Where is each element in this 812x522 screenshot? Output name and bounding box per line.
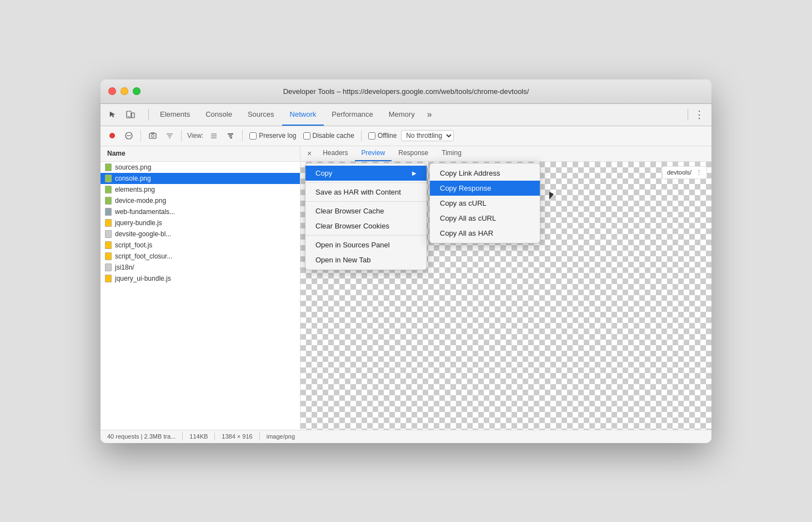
- preview-menu-icon[interactable]: ⋮: [696, 169, 702, 176]
- network-list-header: Name: [101, 146, 300, 162]
- status-bar: 40 requests | 2.3MB tra... 114KB 1384 × …: [101, 430, 711, 443]
- tab-divider-1: [148, 109, 149, 120]
- preserve-log-label[interactable]: Preserve log: [259, 132, 296, 140]
- disable-cache-group: Disable cache: [303, 132, 354, 140]
- toolbar-divider-4: [361, 130, 362, 141]
- file-icon: [105, 175, 112, 182]
- throttle-select[interactable]: No throttling: [401, 130, 454, 141]
- record-button[interactable]: [105, 128, 119, 143]
- cursor-icon[interactable]: [105, 107, 121, 122]
- tab-elements[interactable]: Elements: [152, 103, 198, 126]
- traffic-lights: [108, 87, 141, 95]
- view-label: View:: [187, 132, 203, 140]
- tab-memory[interactable]: Memory: [381, 103, 423, 126]
- close-button[interactable]: [108, 87, 116, 95]
- list-view-button[interactable]: [207, 128, 221, 143]
- minimize-button[interactable]: [121, 87, 128, 95]
- main-tabs: Elements Console Sources Network Perform…: [152, 103, 684, 126]
- tab-console[interactable]: Console: [198, 103, 240, 126]
- file-icon: [105, 163, 112, 171]
- tab-bar: Elements Console Sources Network Perform…: [101, 104, 711, 126]
- offline-checkbox[interactable]: [368, 132, 375, 140]
- svg-rect-15: [228, 133, 233, 135]
- preview-url-bar: devtools/ ⋮: [662, 166, 707, 179]
- tab-preview[interactable]: Preview: [355, 146, 392, 162]
- window-title: Developer Tools – https://developers.goo…: [283, 87, 529, 96]
- status-divider-3: [259, 432, 260, 440]
- context-menu-item-copy[interactable]: Copy ▶: [305, 166, 427, 181]
- status-dimensions: 1384 × 916: [222, 433, 252, 440]
- preserve-log-checkbox[interactable]: [249, 132, 257, 140]
- network-toolbar: View: Preserve log Disable cache: [101, 126, 711, 146]
- maximize-button[interactable]: [133, 87, 141, 95]
- file-icon: [105, 252, 112, 260]
- file-icon: [105, 208, 112, 216]
- network-item[interactable]: device-mode.png: [101, 195, 300, 206]
- offline-label[interactable]: Offline: [378, 132, 397, 140]
- disable-cache-checkbox[interactable]: [303, 132, 310, 140]
- context-menu-item-save-har[interactable]: Save as HAR with Content: [305, 185, 427, 200]
- context-menu: Copy ▶ Save as HAR with Content Clear Br…: [305, 163, 427, 270]
- network-item[interactable]: script_foot_closur...: [101, 251, 300, 262]
- network-item[interactable]: web-fundamentals...: [101, 206, 300, 217]
- tab-response[interactable]: Response: [392, 146, 435, 162]
- capture-screenshots-button[interactable]: [146, 128, 160, 143]
- status-divider-1: [182, 432, 183, 440]
- file-icon: [105, 241, 112, 249]
- status-requests: 40 requests | 2.3MB tra...: [107, 433, 176, 440]
- svg-point-7: [152, 135, 154, 137]
- detail-panel: × Headers Preview Response Timing devtoo…: [300, 146, 711, 430]
- svg-point-3: [109, 133, 115, 138]
- file-icon: [105, 264, 112, 271]
- file-icon: [105, 219, 112, 227]
- context-menu-item-open-sources[interactable]: Open in Sources Panel: [305, 237, 427, 252]
- network-item-selected[interactable]: console.png: [101, 173, 300, 184]
- tab-headers[interactable]: Headers: [316, 146, 354, 162]
- network-items-list: sources.png console.png elements.png dev…: [101, 162, 300, 430]
- device-mode-icon[interactable]: [123, 107, 138, 122]
- filter-button[interactable]: [162, 128, 177, 143]
- svg-rect-16: [229, 135, 232, 136]
- toolbar-divider-1: [141, 130, 141, 141]
- network-item[interactable]: script_foot.js: [101, 240, 300, 251]
- devtools-menu-button[interactable]: ⋮: [691, 107, 707, 122]
- context-menu-item-clear-cache[interactable]: Clear Browser Cache: [305, 203, 427, 218]
- file-icon: [105, 275, 112, 282]
- network-item[interactable]: jquery-bundle.js: [101, 217, 300, 228]
- disable-cache-label[interactable]: Disable cache: [313, 132, 354, 140]
- tab-timing[interactable]: Timing: [435, 146, 468, 162]
- devtools-icons: [105, 107, 138, 122]
- file-icon: [105, 230, 112, 238]
- context-menu-item-clear-cookies[interactable]: Clear Browser Cookies: [305, 218, 427, 233]
- devtools-window: Developer Tools – https://developers.goo…: [101, 79, 711, 443]
- network-item[interactable]: devsite-google-bl...: [101, 228, 300, 240]
- title-bar: Developer Tools – https://developers.goo…: [101, 79, 711, 104]
- clear-button[interactable]: [122, 128, 136, 143]
- network-item[interactable]: jquery_ui-bundle.js: [101, 273, 300, 284]
- waterfall-view-button[interactable]: [223, 128, 238, 143]
- svg-rect-1: [132, 113, 134, 118]
- svg-rect-6: [149, 133, 156, 138]
- tab-network[interactable]: Network: [282, 103, 324, 126]
- network-item[interactable]: elements.png: [101, 184, 300, 195]
- main-content: Name sources.png console.png elements.pn…: [101, 146, 711, 430]
- network-item[interactable]: jsi18n/: [101, 262, 300, 273]
- status-divider-2: [214, 432, 215, 440]
- svg-rect-17: [230, 137, 232, 138]
- detail-tabs-bar: × Headers Preview Response Timing: [300, 146, 711, 162]
- toolbar-divider-3: [242, 130, 243, 141]
- network-list-panel: Name sources.png console.png elements.pn…: [101, 146, 300, 430]
- tabs-more-button[interactable]: »: [423, 103, 437, 126]
- toolbar-divider-2: [181, 130, 182, 141]
- tab-sources[interactable]: Sources: [240, 103, 282, 126]
- preserve-log-group: Preserve log: [249, 132, 296, 140]
- tab-performance[interactable]: Performance: [324, 103, 380, 126]
- network-item[interactable]: sources.png: [101, 162, 300, 173]
- menu-separator-1: [305, 182, 427, 183]
- close-detail-button[interactable]: ×: [303, 146, 316, 162]
- submenu-arrow-icon: ▶: [412, 170, 417, 176]
- offline-group: Offline: [368, 132, 397, 140]
- menu-separator-3: [305, 235, 427, 236]
- context-menu-item-open-tab[interactable]: Open in New Tab: [305, 252, 427, 267]
- file-icon: [105, 197, 112, 205]
